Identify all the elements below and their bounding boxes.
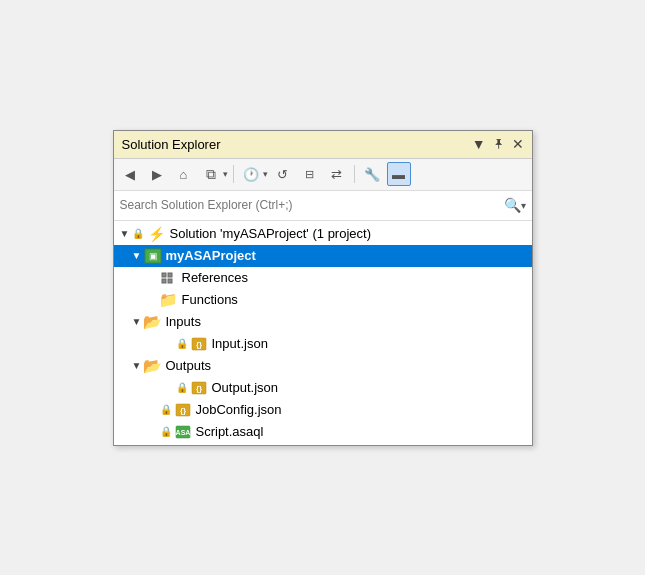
panel-icon: ▬ [392,167,405,182]
back-icon: ◀ [125,167,135,182]
output-json-lock-icon: 🔒 [176,382,188,393]
tree-item-functions[interactable]: 📁 Functions [114,289,532,311]
inputs-expand-arrow: ▼ [130,316,144,327]
outputs-folder-icon: 📂 [144,358,162,374]
undo-icon: ↺ [277,167,288,182]
output-json-label: Output.json [212,380,279,395]
jobconfig-label: JobConfig.json [196,402,282,417]
separator-2 [354,165,355,183]
svg-rect-5 [168,279,172,283]
home-button[interactable]: ⌂ [172,162,196,186]
solution-expand-arrow: ▼ [118,228,132,239]
functions-label: Functions [182,292,238,307]
tree-item-outputs[interactable]: ▼ 📂 Outputs [114,355,532,377]
copy-dropdown[interactable]: ⧉ ▾ [199,162,228,186]
tree-item-solution[interactable]: ▼ 🔒 ⚡ Solution 'myASAProject' (1 project… [114,223,532,245]
title-bar: Solution Explorer ▼ 🖈 ✕ [114,131,532,159]
svg-text:{}: {} [195,340,201,349]
copy-icon: ⧉ [206,166,216,183]
copy-button[interactable]: ⧉ [199,162,223,186]
title-bar-controls: ▼ 🖈 ✕ [472,136,524,152]
project-label: myASAProject [166,248,256,263]
home-icon: ⌂ [180,167,188,182]
search-dropdown-arrow[interactable]: ▾ [521,200,526,211]
history-icon: 🕐 [243,167,259,182]
outputs-expand-arrow: ▼ [130,360,144,371]
svg-text:{}: {} [179,406,185,415]
lock-icon: 🔒 [132,226,144,242]
solution-icon: ⚡ [148,226,166,242]
toolbar: ◀ ▶ ⌂ ⧉ ▾ 🕐 ▾ ↺ ⊟ ⇄ [114,159,532,191]
back-button[interactable]: ◀ [118,162,142,186]
jobconfig-lock-icon: 🔒 [160,404,172,415]
solution-explorer-panel: Solution Explorer ▼ 🖈 ✕ ◀ ▶ ⌂ ⧉ ▾ 🕐 [113,130,533,446]
inputs-folder-icon: 📂 [144,314,162,330]
separator-1 [233,165,234,183]
input-json-label: Input.json [212,336,268,351]
solution-label: Solution 'myASAProject' (1 project) [170,226,372,241]
undo-button[interactable]: ↺ [271,162,295,186]
refresh-button[interactable]: ⇄ [325,162,349,186]
dropdown-arrow-icon[interactable]: ▼ [472,136,486,152]
tree-item-input-json[interactable]: 🔒 {} Input.json [114,333,532,355]
input-json-icon: {} [190,336,208,352]
tree-item-jobconfig[interactable]: 🔒 {} JobConfig.json [114,399,532,421]
functions-folder-icon: 📁 [160,292,178,308]
script-icon: ASA [174,424,192,440]
refresh-icon: ⇄ [331,167,342,182]
svg-rect-3 [168,273,172,277]
tree-item-output-json[interactable]: 🔒 {} Output.json [114,377,532,399]
history-dropdown-arrow[interactable]: ▾ [263,169,268,179]
svg-rect-4 [162,279,166,283]
tree-item-references[interactable]: References [114,267,532,289]
forward-button[interactable]: ▶ [145,162,169,186]
project-expand-arrow: ▼ [130,250,144,261]
wrench-icon: 🔧 [364,167,380,182]
history-dropdown[interactable]: 🕐 ▾ [239,162,268,186]
references-label: References [182,270,248,285]
input-json-lock-icon: 🔒 [176,338,188,349]
properties-button[interactable]: 🔧 [360,162,384,186]
tree-item-script[interactable]: 🔒 ASA Script.asaql [114,421,532,443]
search-input[interactable] [120,198,500,212]
panel-title: Solution Explorer [122,137,221,152]
output-json-icon: {} [190,380,208,396]
forward-icon: ▶ [152,167,162,182]
jobconfig-icon: {} [174,402,192,418]
search-bar: 🔍 ▾ [114,191,532,221]
history-button[interactable]: 🕐 [239,162,263,186]
pin-icon[interactable]: 🖈 [492,136,506,152]
svg-text:ASA: ASA [175,429,190,436]
script-label: Script.asaql [196,424,264,439]
svg-rect-2 [162,273,166,277]
script-lock-icon: 🔒 [160,426,172,437]
tree-view: ▼ 🔒 ⚡ Solution 'myASAProject' (1 project… [114,221,532,445]
svg-text:{}: {} [195,384,201,393]
search-icon[interactable]: 🔍 [504,197,521,213]
inputs-label: Inputs [166,314,201,329]
panel-button[interactable]: ▬ [387,162,411,186]
copy-dropdown-arrow[interactable]: ▾ [223,169,228,179]
tree-item-project[interactable]: ▼ ▣ myASAProject [114,245,532,267]
outputs-label: Outputs [166,358,212,373]
close-icon[interactable]: ✕ [512,136,524,152]
tree-item-inputs[interactable]: ▼ 📂 Inputs [114,311,532,333]
collapse-all-button[interactable]: ⊟ [298,162,322,186]
project-icon: ▣ [144,248,162,264]
references-icon [160,270,178,286]
svg-text:▣: ▣ [148,251,157,261]
collapse-icon: ⊟ [305,168,314,181]
